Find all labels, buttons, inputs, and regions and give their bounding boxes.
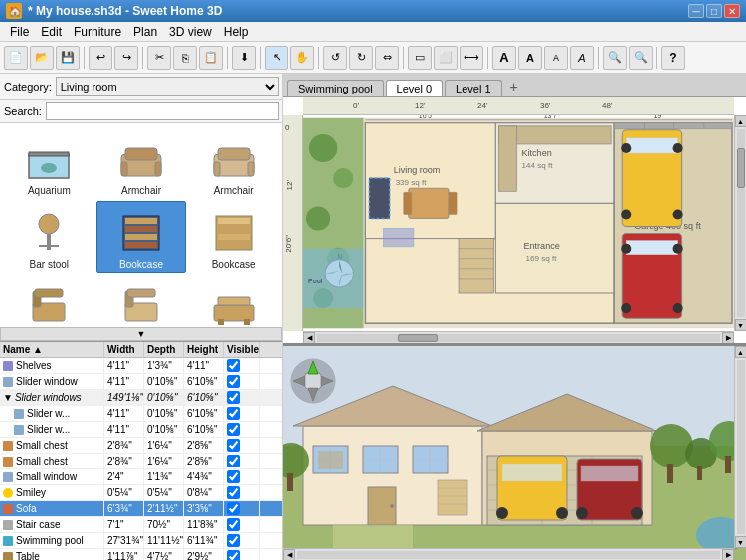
svg-rect-53 <box>409 188 449 218</box>
paste-button[interactable]: 📋 <box>199 46 223 70</box>
pan-button[interactable]: ✋ <box>290 46 314 70</box>
text-small-button[interactable]: A <box>544 46 568 70</box>
table-row[interactable]: Slider w... 4'11" 0'10⅝" 6'10⅝" <box>0 422 282 438</box>
header-width[interactable]: Width <box>104 342 144 357</box>
import-button[interactable]: ⬇ <box>232 46 256 70</box>
menu-edit[interactable]: Edit <box>35 23 68 41</box>
table-row[interactable]: Small window 2'4" 1'1¾" 4'4¾" <box>0 469 282 485</box>
maximize-button[interactable]: □ <box>706 4 722 18</box>
header-visible[interactable]: Visible <box>224 342 260 357</box>
scroll-up-arrow[interactable]: ▲ <box>735 115 747 127</box>
furniture-item-bookcase2[interactable]: Bookcase <box>188 201 279 273</box>
svg-rect-35 <box>244 319 250 325</box>
select-button[interactable]: ↖ <box>265 46 288 70</box>
tab-level1[interactable]: Level 1 <box>445 80 501 96</box>
sep5 <box>318 47 319 69</box>
armchair2-icon <box>209 133 259 183</box>
svg-rect-84 <box>614 123 732 129</box>
furniture-item-coffeetable[interactable]: Coffee table <box>188 275 279 327</box>
svg-rect-20 <box>125 242 157 248</box>
zoom-in-button[interactable]: 🔍 <box>603 46 627 70</box>
armchair1-label: Armchair <box>121 185 161 196</box>
floor-plan[interactable]: 0' 12' 24' 36' 48' 0 12' 20'6" <box>283 97 746 346</box>
text-italic-button[interactable]: A <box>570 46 594 70</box>
svg-rect-130 <box>318 451 343 469</box>
svg-rect-127 <box>581 466 638 481</box>
menu-help[interactable]: Help <box>218 23 255 41</box>
rotate-button[interactable]: ↺ <box>323 46 347 70</box>
text-med-button[interactable]: A <box>518 46 542 70</box>
category-select[interactable]: Living room <box>56 77 279 96</box>
dimension-button[interactable]: ⟷ <box>460 46 483 70</box>
rotate2-button[interactable]: ↻ <box>349 46 373 70</box>
mirror-button[interactable]: ⇔ <box>375 46 399 70</box>
header-height[interactable]: Height <box>184 342 224 357</box>
furniture-item-armchair1[interactable]: Armchair <box>96 127 187 199</box>
tab-level0[interactable]: Level 0 <box>386 80 443 96</box>
svg-text:144 sq ft: 144 sq ft <box>522 161 554 170</box>
text-large-button[interactable]: A <box>492 46 516 70</box>
menu-3dview[interactable]: 3D view <box>163 23 218 41</box>
barstool-label: Bar stool <box>30 259 69 270</box>
aquarium-label: Aquarium <box>28 185 71 196</box>
table-row[interactable]: Stair case 7'1" 70½" 11'8⅜" <box>0 517 282 533</box>
svg-rect-132 <box>667 464 673 483</box>
vscrollbar-floor[interactable]: ▲ ▼ <box>734 115 746 331</box>
svg-rect-141 <box>438 480 467 515</box>
scroll-right-arrow[interactable]: ▶ <box>722 332 734 344</box>
svg-rect-79 <box>626 241 677 255</box>
3d-view[interactable]: ▲ ▼ ◀ ▶ <box>283 346 746 560</box>
scroll-left-arrow[interactable]: ◀ <box>303 332 315 344</box>
furniture-item-bookcase1[interactable]: Bookcase <box>96 201 187 273</box>
svg-rect-134 <box>697 466 702 480</box>
vscrollbar-3d[interactable]: ▲ ▼ <box>734 346 746 548</box>
copy-button[interactable]: ⎘ <box>173 46 197 70</box>
cut-button[interactable]: ✂ <box>147 46 171 70</box>
svg-rect-54 <box>404 192 412 214</box>
furniture-item-armchair2[interactable]: Armchair <box>188 127 279 199</box>
scroll-up-3d[interactable]: ▲ <box>735 346 747 358</box>
hscrollbar-floor[interactable]: ◀ ▶ <box>303 331 734 343</box>
furniture-item-aquarium[interactable]: Aquarium <box>4 127 94 199</box>
header-name[interactable]: Name ▲ <box>0 342 104 357</box>
furniture-item-chair2[interactable]: Chair <box>96 275 187 327</box>
room-button[interactable]: ⬜ <box>434 46 458 70</box>
minimize-button[interactable]: ─ <box>688 4 704 18</box>
tab-add-button[interactable]: + <box>504 77 524 96</box>
scroll-down-3d[interactable]: ▼ <box>735 536 747 548</box>
furniture-scroll-down[interactable]: ▼ <box>0 327 282 341</box>
open-button[interactable]: 📂 <box>30 46 54 70</box>
help-button[interactable]: ? <box>661 46 685 70</box>
table-row-sofa[interactable]: Sofa 6'3¾" 2'11½" 3'3⅝" <box>0 501 282 517</box>
close-button[interactable]: ✕ <box>724 4 740 18</box>
scroll-left-3d[interactable]: ◀ <box>283 549 295 561</box>
table-row[interactable]: Table 1'11⅞" 4'7½" 2'9½" <box>0 549 282 560</box>
table-row[interactable]: Small chest 2'8¾" 1'6¼" 2'8⅝" <box>0 454 282 469</box>
table-row-group[interactable]: ▼Slider windows 149'1⅛" 0'10⅝" 6'10⅝" <box>0 390 282 406</box>
table-row[interactable]: Shelves 4'11" 1'3¾" 4'11" <box>0 358 282 374</box>
furniture-item-chair1[interactable]: Chair <box>4 275 94 327</box>
undo-button[interactable]: ↩ <box>89 46 112 70</box>
table-row[interactable]: Slider w... 4'11" 0'10⅝" 6'10⅝" <box>0 406 282 422</box>
menu-furniture[interactable]: Furniture <box>68 23 127 41</box>
furniture-item-barstool[interactable]: Bar stool <box>4 201 94 273</box>
table-row[interactable]: Slider window 4'11" 0'10⅝" 6'10⅝" <box>0 374 282 390</box>
menu-file[interactable]: File <box>4 23 35 41</box>
table-row[interactable]: Small chest 2'8¾" 1'6¼" 2'8⅝" <box>0 438 282 454</box>
table-row[interactable]: Smiley 0'5¼" 0'5¼" 0'8¼" <box>0 485 282 501</box>
scroll-right-3d[interactable]: ▶ <box>722 549 734 561</box>
save-button[interactable]: 💾 <box>56 46 80 70</box>
header-depth[interactable]: Depth <box>144 342 184 357</box>
new-button[interactable]: 📄 <box>4 46 28 70</box>
table-row[interactable]: Swimming pool 27'31¾" 11'11½" 6'11¾" <box>0 533 282 549</box>
search-input[interactable] <box>46 102 279 120</box>
zoom-out-button[interactable]: 🔍 <box>629 46 653 70</box>
scroll-down-arrow[interactable]: ▼ <box>735 319 747 331</box>
svg-rect-8 <box>125 148 157 160</box>
svg-point-4 <box>41 163 57 173</box>
redo-button[interactable]: ↪ <box>114 46 138 70</box>
wall-button[interactable]: ▭ <box>408 46 432 70</box>
hscrollbar-3d[interactable]: ◀ ▶ <box>283 548 734 560</box>
tab-swimming-pool[interactable]: Swimming pool <box>287 80 384 96</box>
menu-plan[interactable]: Plan <box>127 23 163 41</box>
